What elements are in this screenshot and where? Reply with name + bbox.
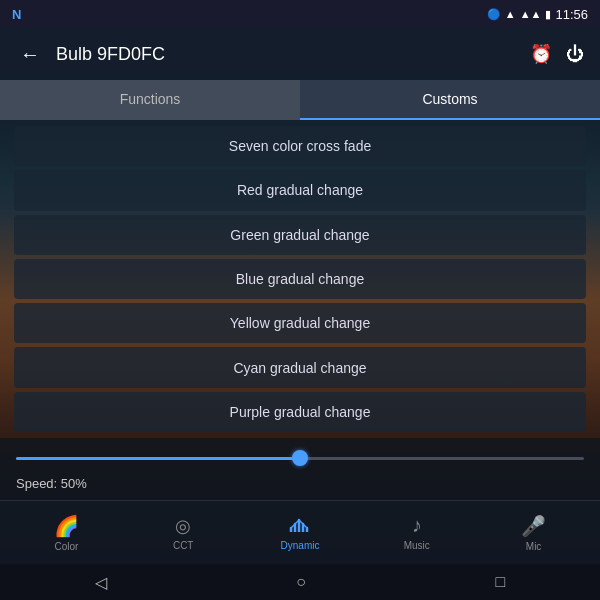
cct-icon: ◎ <box>175 515 191 537</box>
header-icons: ⏰ ⏻ <box>530 43 584 65</box>
bluetooth-icon: 🔵 <box>487 8 501 21</box>
signal-icon: ▲▲ <box>520 8 542 20</box>
status-bar: N 🔵 ▲ ▲▲ ▮ 11:56 <box>0 0 600 28</box>
list-item-purple-gradual[interactable]: Purple gradual change <box>14 392 586 432</box>
tab-customs[interactable]: Customs <box>300 80 600 120</box>
status-right: 🔵 ▲ ▲▲ ▮ 11:56 <box>487 7 588 22</box>
sys-recent-button[interactable]: □ <box>476 569 526 595</box>
list-item-seven-color[interactable]: Seven color cross fade <box>14 126 586 166</box>
slider-fill <box>16 457 300 460</box>
system-nav: ◁ ○ □ <box>0 564 600 600</box>
sys-back-button[interactable]: ◁ <box>75 569 127 596</box>
music-icon: ♪ <box>412 514 422 537</box>
color-icon: 🌈 <box>54 514 79 538</box>
bottom-nav: 🌈 Color ◎ CCT <box>0 500 600 564</box>
nav-item-dynamic[interactable]: Dynamic <box>242 508 359 557</box>
slider-track <box>16 457 584 460</box>
list-item-blue-gradual[interactable]: Blue gradual change <box>14 259 586 299</box>
battery-icon: ▮ <box>545 8 551 21</box>
nav-label-mic: Mic <box>526 541 542 552</box>
nav-item-mic[interactable]: 🎤 Mic <box>475 508 592 558</box>
nav-label-cct: CCT <box>173 540 194 551</box>
notification-icon: N <box>12 7 21 22</box>
nav-item-music[interactable]: ♪ Music <box>358 508 475 557</box>
mic-icon: 🎤 <box>521 514 546 538</box>
power-icon[interactable]: ⏻ <box>566 44 584 65</box>
nav-item-color[interactable]: 🌈 Color <box>8 508 125 558</box>
nav-label-dynamic: Dynamic <box>281 540 320 551</box>
status-left: N <box>12 7 21 22</box>
sys-home-button[interactable]: ○ <box>276 569 326 595</box>
slider-thumb[interactable] <box>292 450 308 466</box>
list-item-yellow-gradual[interactable]: Yellow gradual change <box>14 303 586 343</box>
wifi-icon: ▲ <box>505 8 516 20</box>
dynamic-icon <box>289 514 311 537</box>
nav-item-cct[interactable]: ◎ CCT <box>125 509 242 557</box>
list-item-green-gradual[interactable]: Green gradual change <box>14 215 586 255</box>
back-button[interactable]: ← <box>16 39 44 70</box>
alarm-icon[interactable]: ⏰ <box>530 43 552 65</box>
page-title: Bulb 9FD0FC <box>56 44 518 65</box>
main-content: N 🔵 ▲ ▲▲ ▮ 11:56 ← Bulb 9FD0FC ⏰ ⏻ Funct… <box>0 0 600 600</box>
list-item-red-gradual[interactable]: Red gradual change <box>14 170 586 210</box>
tab-functions[interactable]: Functions <box>0 80 300 120</box>
speed-section: Speed: 50% <box>0 438 600 500</box>
nav-label-color: Color <box>54 541 78 552</box>
list-item-cyan-gradual[interactable]: Cyan gradual change <box>14 347 586 387</box>
tabs-container: Functions Customs <box>0 80 600 120</box>
status-time: 11:56 <box>555 7 588 22</box>
speed-label: Speed: 50% <box>16 476 87 491</box>
phone-container: N 🔵 ▲ ▲▲ ▮ 11:56 ← Bulb 9FD0FC ⏰ ⏻ Funct… <box>0 0 600 600</box>
slider-container[interactable] <box>16 448 584 468</box>
nav-label-music: Music <box>404 540 430 551</box>
list-area: Seven color cross fade Red gradual chang… <box>0 120 600 438</box>
header: ← Bulb 9FD0FC ⏰ ⏻ <box>0 28 600 80</box>
